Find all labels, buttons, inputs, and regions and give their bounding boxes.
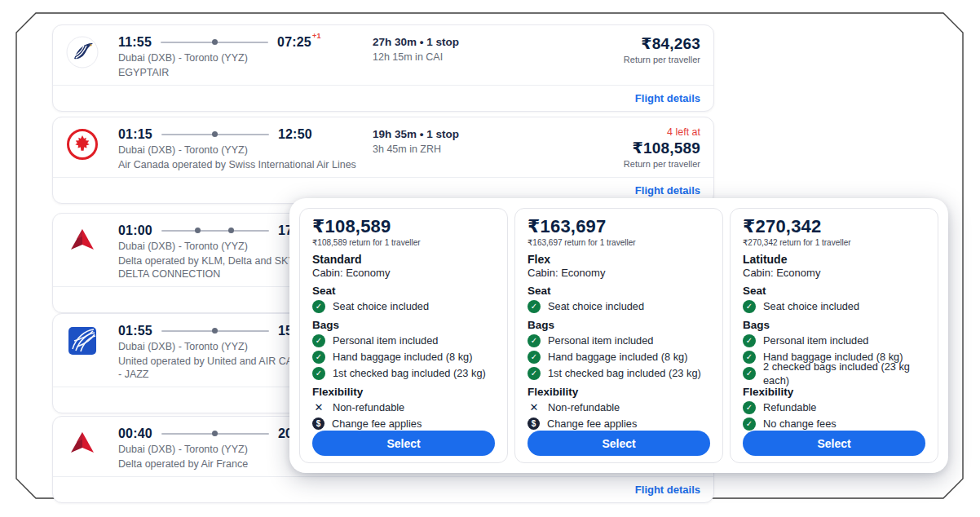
- fare-price: ₹163,697: [528, 217, 710, 236]
- flight-card-main: 01:15 12:50 Dubai (DXB) - Toronto (YYZ) …: [53, 117, 713, 177]
- flight-result-card[interactable]: 01:15 12:50 Dubai (DXB) - Toronto (YYZ) …: [52, 117, 714, 204]
- select-fare-button[interactable]: Select: [312, 431, 495, 456]
- fare-feature-text: Personal item included: [763, 334, 868, 347]
- delta-logo-icon: [66, 224, 99, 257]
- price-text: ₹84,263: [578, 34, 700, 53]
- cross-icon: [528, 400, 541, 414]
- check-icon: [312, 334, 325, 347]
- fare-feature-item: Seat choice included: [528, 299, 710, 313]
- flexibility-section-header: Flexibility: [743, 386, 925, 398]
- flight-result-card[interactable]: 11:55 07:25+1 Dubai (DXB) - Toronto (YYZ…: [52, 24, 714, 112]
- duration-stops: 19h 35m • 1 stop: [373, 127, 578, 141]
- route-stops-line: [161, 134, 269, 135]
- fare-price-sub: ₹163,697 return for 1 traveller: [528, 238, 710, 248]
- fare-price: ₹270,342: [743, 217, 925, 236]
- fare-feature-item: 2 checked bags included (23 kg each): [743, 366, 925, 380]
- duration-stops: 27h 30m • 1 stop: [373, 35, 578, 49]
- check-icon: [312, 367, 325, 380]
- flight-details-link[interactable]: Flight details: [635, 484, 700, 496]
- route-stops-line: [161, 330, 269, 332]
- fare-feature-text: Change fee applies: [332, 417, 422, 431]
- route-stops-line: [161, 433, 269, 435]
- bags-section-header: Bags: [312, 319, 495, 331]
- fare-name: Latitude: [743, 253, 925, 266]
- fee-dollar-icon: [312, 418, 324, 430]
- route-text: Dubai (DXB) - Toronto (YYZ): [118, 51, 373, 64]
- check-icon: [743, 334, 756, 347]
- bags-section-header: Bags: [528, 319, 710, 331]
- fare-feature-item: Hand baggage included (8 kg): [312, 350, 495, 364]
- fare-feature-text: No change fees: [763, 417, 837, 431]
- fare-feature-text: Personal item included: [333, 334, 438, 347]
- delta-logo-icon: [66, 427, 99, 460]
- fare-feature-item: No change fees: [743, 417, 925, 431]
- operated-by-text: Air Canada operated by Swiss Internation…: [118, 158, 373, 171]
- fare-feature-item: 1st checked bag included (23 kg): [312, 366, 495, 380]
- time-row: 11:55 07:25+1: [118, 34, 373, 50]
- fare-price-sub: ₹270,342 return for 1 traveller: [743, 238, 925, 248]
- fare-feature-text: Change fee applies: [547, 417, 637, 431]
- flight-info: 11:55 07:25+1 Dubai (DXB) - Toronto (YYZ…: [118, 34, 373, 79]
- select-fare-button[interactable]: Select: [743, 431, 925, 456]
- fare-feature-item: Non-refundable: [312, 400, 495, 414]
- fare-feature-text: Non-refundable: [333, 400, 404, 414]
- arrive-time: 12:50: [278, 126, 312, 142]
- fare-feature-text: 1st checked bag included (23 kg): [333, 366, 486, 380]
- egyptair-logo-icon: [66, 36, 99, 68]
- air-canada-logo-icon: [66, 128, 99, 161]
- fare-feature-item: Change fee applies: [312, 417, 495, 431]
- layover-text: 3h 45m in ZRH: [373, 144, 578, 155]
- seats-left-badge: 4 left at: [578, 126, 700, 139]
- fare-feature-text: Seat choice included: [333, 299, 429, 313]
- fare-feature-item: Non-refundable: [528, 400, 710, 414]
- fare-option-latitude: ₹270,342 ₹270,342 return for 1 traveller…: [730, 208, 938, 463]
- fee-dollar-icon: [528, 418, 540, 430]
- fare-price: ₹108,589: [312, 217, 495, 236]
- flight-card-footer: Flight details: [53, 85, 713, 111]
- fare-feature-text: 1st checked bag included (23 kg): [548, 366, 701, 380]
- day-offset-badge: +1: [312, 29, 321, 44]
- fare-feature-text: 2 checked bags included (23 kg each): [763, 360, 925, 387]
- fare-feature-item: Refundable: [743, 400, 925, 414]
- price-note: Return per traveller: [578, 159, 700, 169]
- time-row: 01:15 12:50: [118, 126, 373, 142]
- fare-cabin: Cabin: Economy: [312, 267, 495, 279]
- fare-feature-item: Change fee applies: [528, 417, 710, 431]
- fare-cabin: Cabin: Economy: [528, 267, 710, 279]
- fare-feature-text: Non-refundable: [548, 400, 620, 414]
- cross-icon: [312, 400, 325, 414]
- fare-option-standard: ₹108,589 ₹108,589 return for 1 traveller…: [299, 208, 508, 463]
- route-stops-line: [161, 42, 268, 43]
- flight-details-link[interactable]: Flight details: [635, 184, 700, 197]
- flight-details-link[interactable]: Flight details: [635, 92, 700, 104]
- check-icon: [312, 351, 325, 364]
- fare-feature-text: Seat choice included: [548, 299, 644, 313]
- depart-time: 11:55: [118, 34, 152, 50]
- depart-time: 00:40: [118, 426, 152, 441]
- fare-name: Standard: [312, 253, 495, 266]
- fare-name: Flex: [528, 253, 710, 266]
- flight-card-main: 11:55 07:25+1 Dubai (DXB) - Toronto (YYZ…: [53, 25, 713, 85]
- price-text: ₹108,589: [578, 139, 700, 157]
- check-icon: [528, 351, 541, 364]
- duration-column: 19h 35m • 1 stop 3h 45m in ZRH: [373, 126, 578, 171]
- check-icon: [528, 300, 541, 313]
- fare-cabin: Cabin: Economy: [743, 267, 925, 279]
- fare-feature-text: Hand baggage included (8 kg): [333, 350, 472, 364]
- arrive-time: 07:25: [277, 34, 311, 50]
- check-icon: [743, 418, 756, 431]
- check-icon: [528, 334, 541, 347]
- select-fare-button[interactable]: Select: [528, 431, 710, 456]
- flexibility-section-header: Flexibility: [312, 386, 495, 398]
- bags-section-header: Bags: [743, 319, 925, 331]
- seat-section-header: Seat: [528, 285, 710, 297]
- check-icon: [743, 401, 756, 414]
- fare-feature-text: Personal item included: [548, 334, 653, 347]
- seat-section-header: Seat: [743, 285, 925, 297]
- price-note: Return per traveller: [578, 55, 700, 64]
- fare-feature-item: Hand baggage included (8 kg): [528, 350, 710, 364]
- fare-selection-modal: ₹108,589 ₹108,589 return for 1 traveller…: [289, 198, 948, 473]
- price-column: ₹84,263 Return per traveller: [578, 34, 700, 79]
- route-text: Dubai (DXB) - Toronto (YYZ): [118, 144, 373, 157]
- check-icon: [312, 300, 325, 313]
